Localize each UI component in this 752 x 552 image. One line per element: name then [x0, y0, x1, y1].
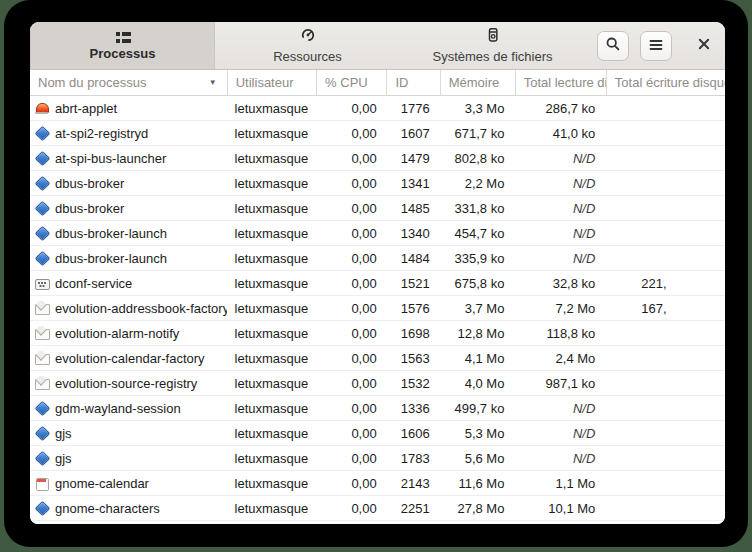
table-row[interactable]: dbus-brokerletuxmasque0,0013412,2 MoN/D: [30, 171, 725, 196]
table-row[interactable]: evolution-source-registryletuxmasque0,00…: [30, 371, 725, 396]
process-read-cell: 10,1 Mo: [513, 501, 604, 516]
process-user-cell: letuxmasque: [227, 126, 316, 141]
table-row[interactable]: evolution-calendar-factoryletuxmasque0,0…: [30, 346, 725, 371]
table-row[interactable]: dbus-broker-launchletuxmasque0,001484335…: [30, 246, 725, 271]
process-mem-cell: 331,8 ko: [439, 201, 514, 216]
process-mem-cell: 454,7 ko: [439, 226, 514, 241]
process-cpu-cell: 0,00: [316, 201, 386, 216]
process-mem-cell: 4,1 Mo: [439, 351, 514, 366]
process-id-cell: 1576: [386, 301, 439, 316]
process-id-cell: 1532: [386, 376, 439, 391]
processes-grid-icon: [115, 31, 131, 43]
tab-resources[interactable]: Ressources: [215, 22, 400, 69]
process-mem-cell: 499,7 ko: [439, 401, 514, 416]
search-icon: [605, 36, 621, 56]
table-row[interactable]: gdm-wayland-sessionletuxmasque0,00133649…: [30, 396, 725, 421]
process-id-cell: 1776: [386, 101, 439, 116]
process-cpu-cell: 0,00: [316, 301, 386, 316]
process-cpu-cell: 0,00: [316, 426, 386, 441]
process-name: dbus-broker: [55, 201, 124, 216]
process-name: gdm-wayland-session: [55, 401, 181, 416]
table-row[interactable]: dbus-broker-launchletuxmasque0,001340454…: [30, 221, 725, 246]
table-row[interactable]: evolution-addressbook-factoryletuxmasque…: [30, 296, 725, 321]
exec-icon: [34, 176, 49, 191]
table-row[interactable]: dconf-serviceletuxmasque0,001521675,8 ko…: [30, 271, 725, 296]
column-header-disk-write[interactable]: Total écriture disque: [607, 70, 725, 95]
column-header-disk-read[interactable]: Total lecture disque: [516, 70, 607, 95]
column-header-label: Total lecture disque: [524, 75, 607, 90]
sort-descending-icon: ▼: [209, 78, 217, 87]
process-read-cell: N/D: [513, 426, 604, 441]
process-user-cell: letuxmasque: [227, 501, 316, 516]
process-cpu-cell: 0,00: [316, 101, 386, 116]
process-name: at-spi-bus-launcher: [55, 151, 166, 166]
process-name-cell: at-spi-bus-launcher: [30, 151, 227, 166]
table-row[interactable]: gnome-charactersletuxmasque0,00225127,8 …: [30, 496, 725, 521]
process-cpu-cell: 0,00: [316, 351, 386, 366]
process-cpu-cell: 0,00: [316, 251, 386, 266]
process-read-cell: 32,8 ko: [513, 276, 604, 291]
process-user-cell: letuxmasque: [227, 301, 316, 316]
close-window-button[interactable]: [689, 31, 719, 61]
search-button[interactable]: [597, 31, 629, 61]
column-header-memory[interactable]: Mémoire: [441, 70, 516, 95]
column-header-user[interactable]: Utilisateur: [228, 70, 317, 95]
process-user-cell: letuxmasque: [227, 376, 316, 391]
process-read-cell: 118,8 ko: [513, 326, 604, 341]
process-name: dbus-broker-launch: [55, 226, 167, 241]
process-id-cell: 1606: [386, 426, 439, 441]
exec-icon: [34, 151, 49, 166]
process-cpu-cell: 0,00: [316, 451, 386, 466]
table-row[interactable]: gjsletuxmasque0,0017835,6 MoN/D: [30, 446, 725, 471]
column-header-cpu[interactable]: % CPU: [317, 70, 387, 95]
process-user-cell: letuxmasque: [227, 251, 316, 266]
process-mem-cell: 5,3 Mo: [439, 426, 514, 441]
header-actions: [585, 22, 725, 69]
process-id-cell: 1485: [386, 201, 439, 216]
process-cpu-cell: 0,00: [316, 401, 386, 416]
process-write-cell: 167,: [604, 301, 725, 316]
process-name-cell: dbus-broker-launch: [30, 226, 227, 241]
table-row[interactable]: dbus-brokerletuxmasque0,001485331,8 koN/…: [30, 196, 725, 221]
process-id-cell: 1341: [386, 176, 439, 191]
table-row[interactable]: gjsletuxmasque0,0016065,3 MoN/D: [30, 421, 725, 446]
column-header-id[interactable]: ID: [387, 70, 440, 95]
process-read-cell: N/D: [513, 226, 604, 241]
process-user-cell: letuxmasque: [227, 276, 316, 291]
process-name: abrt-applet: [55, 101, 117, 116]
envelope-icon: [34, 301, 49, 316]
table-row[interactable]: at-spi2-registrydletuxmasque0,001607671,…: [30, 121, 725, 146]
process-user-cell: letuxmasque: [227, 326, 316, 341]
process-name-cell: abrt-applet: [30, 101, 227, 116]
process-mem-cell: 5,6 Mo: [439, 451, 514, 466]
harddisk-icon: [485, 28, 501, 46]
process-name-cell: evolution-source-registry: [30, 376, 227, 391]
process-user-cell: letuxmasque: [227, 351, 316, 366]
process-id-cell: 1563: [386, 351, 439, 366]
process-name: dbus-broker-launch: [55, 251, 167, 266]
process-name-cell: at-spi2-registryd: [30, 126, 227, 141]
process-name: gjs: [55, 426, 72, 441]
table-row[interactable]: at-spi-bus-launcherletuxmasque0,00147980…: [30, 146, 725, 171]
tab-processes[interactable]: Processus: [30, 22, 215, 69]
exec-icon: [34, 201, 49, 216]
menu-button[interactable]: [640, 31, 672, 61]
process-mem-cell: 3,3 Mo: [439, 101, 514, 116]
exec-icon: [34, 401, 49, 416]
process-user-cell: letuxmasque: [227, 426, 316, 441]
process-name-cell: dconf-service: [30, 276, 227, 291]
process-mem-cell: 671,7 ko: [439, 126, 514, 141]
process-cpu-cell: 0,00: [316, 326, 386, 341]
column-header-name[interactable]: Nom du processus ▼: [30, 70, 228, 95]
table-row[interactable]: evolution-alarm-notifyletuxmasque0,00169…: [30, 321, 725, 346]
column-header-label: ID: [395, 75, 408, 90]
process-read-cell: N/D: [513, 176, 604, 191]
table-row[interactable]: abrt-appletletuxmasque0,0017763,3 Mo286,…: [30, 96, 725, 121]
envelope-icon: [34, 351, 49, 366]
process-name: gnome-calendar: [55, 476, 149, 491]
table-row[interactable]: gnome-calendarletuxmasque0,00214311,6 Mo…: [30, 471, 725, 496]
process-cpu-cell: 0,00: [316, 176, 386, 191]
process-read-cell: 2,4 Mo: [513, 351, 604, 366]
tab-filesystems[interactable]: Systèmes de fichiers: [400, 22, 585, 69]
process-user-cell: letuxmasque: [227, 226, 316, 241]
